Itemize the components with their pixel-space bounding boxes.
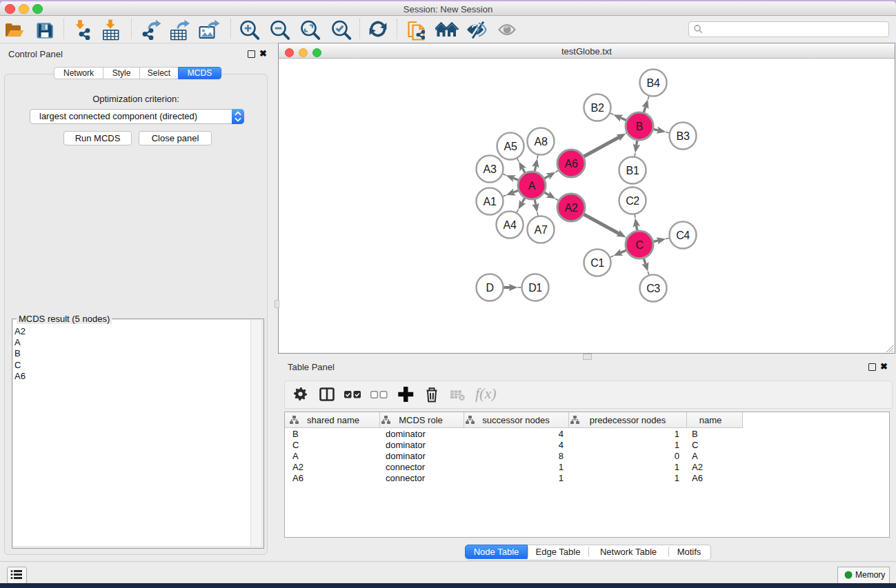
- svg-text:B2: B2: [591, 102, 604, 114]
- svg-text:B4: B4: [647, 77, 660, 89]
- svg-text:A6: A6: [565, 158, 578, 170]
- svg-text:D1: D1: [528, 282, 542, 294]
- svg-text:C4: C4: [676, 230, 690, 241]
- svg-text:D: D: [486, 282, 493, 294]
- svg-text:A1: A1: [484, 196, 497, 207]
- svg-text:A7: A7: [535, 224, 548, 236]
- svg-text:A3: A3: [484, 163, 497, 175]
- svg-text:A4: A4: [504, 219, 517, 231]
- svg-text:C1: C1: [590, 257, 604, 269]
- svg-text:A: A: [528, 180, 536, 192]
- svg-text:B: B: [636, 121, 643, 132]
- svg-text:C3: C3: [646, 283, 660, 294]
- svg-text:A8: A8: [535, 136, 548, 148]
- svg-text:B3: B3: [677, 130, 690, 142]
- svg-text:C: C: [635, 239, 643, 251]
- svg-text:C2: C2: [626, 195, 639, 207]
- svg-text:A2: A2: [565, 202, 578, 214]
- svg-text:B1: B1: [626, 165, 639, 176]
- svg-text:A5: A5: [504, 141, 517, 152]
